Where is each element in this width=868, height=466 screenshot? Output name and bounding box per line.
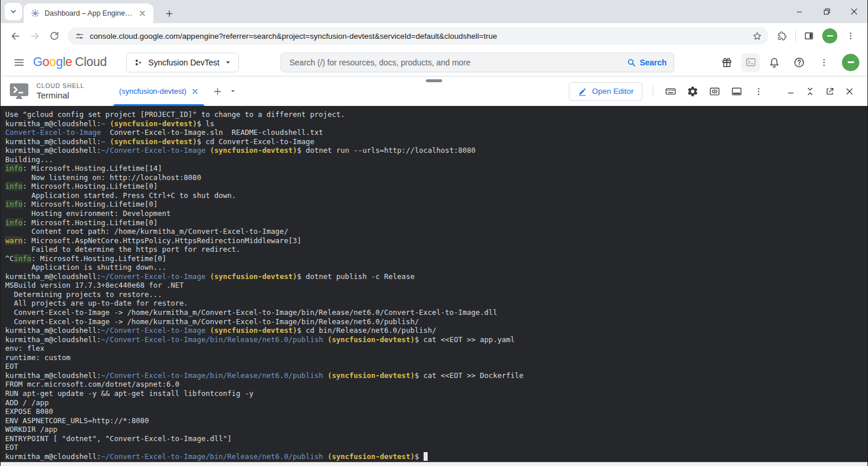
kebab-menu-icon (819, 58, 829, 67)
search-button-label: Search (639, 58, 667, 67)
window-bottom-edge (1, 462, 867, 466)
dock-panel-button[interactable] (727, 82, 746, 101)
kebab-menu-icon (846, 31, 855, 41)
cloud-shell-titles: CLOUD SHELL Terminal (36, 82, 84, 100)
dock-bottom-icon (731, 86, 742, 97)
open-in-new-window-button[interactable] (822, 84, 837, 99)
forward-button[interactable] (25, 26, 45, 46)
side-panel-icon (804, 31, 814, 41)
cloud-shell-icon (745, 57, 756, 68)
tab-title: Dashboard – App Engine – Syn (45, 9, 133, 17)
navigation-menu-button[interactable] (9, 52, 30, 73)
console-more-button[interactable] (814, 52, 834, 73)
bookmark-star-button[interactable] (749, 28, 765, 44)
google-logo-cloud: Cloud (75, 55, 107, 69)
add-terminal-tab-button[interactable] (210, 84, 225, 99)
activate-cloud-shell-button[interactable] (741, 53, 760, 72)
restore-icon (823, 8, 831, 16)
help-icon (793, 57, 805, 68)
toolbar-separator (795, 30, 796, 42)
minimize-icon (786, 87, 795, 96)
notifications-button[interactable] (764, 52, 785, 73)
search-button[interactable]: Search (620, 53, 674, 72)
terminal-output[interactable]: Use "gcloud config set project [PROJECT_… (1, 106, 867, 462)
gcp-console-header: Google Cloud Syncfusion DevTest Search (… (1, 49, 867, 76)
free-trial-gift-button[interactable] (716, 52, 737, 73)
search-placeholder: Search (/) for resources, docs, products… (281, 53, 620, 72)
reload-button[interactable] (45, 26, 64, 46)
tab-options-caret-button[interactable] (225, 84, 240, 99)
terminal-tab[interactable]: (syncfusion-devtest) (112, 76, 205, 106)
browser-toolbar: console.cloud.google.com/appengine?refer… (1, 23, 867, 49)
close-icon (845, 87, 854, 96)
keyboard-icon (665, 86, 676, 97)
web-preview-eye-icon (709, 86, 720, 97)
close-panel-button[interactable] (842, 84, 857, 99)
shell-toolbar-icons (653, 82, 768, 101)
window-minimize-button[interactable] (786, 0, 813, 23)
gear-icon (687, 86, 698, 97)
shell-separator (653, 86, 653, 97)
help-button[interactable] (789, 52, 810, 73)
puzzle-icon (777, 31, 787, 41)
console-search-bar[interactable]: Search (/) for resources, docs, products… (281, 53, 674, 72)
kebab-menu-icon (754, 87, 763, 96)
tab-search-button[interactable] (5, 3, 22, 20)
window-close-button[interactable] (840, 0, 867, 23)
gcp-header-actions (716, 52, 859, 73)
terminal-settings-button[interactable] (683, 82, 702, 101)
address-bar[interactable]: console.cloud.google.com/appengine?refer… (68, 27, 768, 45)
chevron-down-icon (9, 8, 17, 16)
caret-down-icon (230, 88, 236, 94)
forward-arrow-icon (30, 31, 41, 42)
browser-menu-button[interactable] (841, 26, 860, 46)
site-settings-icon[interactable] (75, 31, 84, 41)
star-icon (752, 31, 762, 41)
account-avatar[interactable] (842, 54, 859, 71)
browser-titlebar: Dashboard – App Engine – Syn (1, 0, 867, 23)
cloud-shell-header: CLOUD SHELL Terminal (syncfusion-devtest… (1, 76, 867, 106)
hamburger-icon (13, 57, 25, 68)
side-panel-button[interactable] (799, 26, 819, 46)
minimize-panel-button[interactable] (783, 84, 798, 99)
open-editor-button[interactable]: Open Editor (569, 82, 642, 101)
minimize-icon (796, 8, 803, 16)
url-text[interactable]: console.cloud.google.com/appengine?refer… (90, 32, 749, 41)
terminal-tab-label: (syncfusion-devtest) (119, 87, 186, 96)
shell-more-button[interactable] (749, 82, 768, 101)
window-restore-button[interactable] (813, 0, 840, 23)
web-preview-button[interactable] (705, 82, 724, 101)
google-cloud-logo[interactable]: Google Cloud (33, 55, 106, 69)
browser-tab[interactable]: Dashboard – App Engine – Syn (24, 3, 153, 23)
project-name: Syncfusion DevTest (148, 58, 219, 67)
open-editor-label: Open Editor (592, 87, 634, 96)
restore-panel-size-button[interactable] (803, 84, 818, 99)
toolbar-right-cluster (772, 26, 863, 46)
plus-icon (213, 87, 222, 96)
app-engine-favicon (31, 9, 40, 18)
window-controls (786, 0, 867, 23)
open-in-new-icon (825, 87, 834, 96)
search-icon (627, 58, 636, 67)
gift-icon (721, 57, 733, 68)
cloud-shell-terminal-logo (9, 82, 30, 101)
back-button[interactable] (5, 26, 25, 46)
keyboard-shortcuts-button[interactable] (661, 82, 680, 101)
caret-down-icon (225, 59, 231, 66)
reload-icon (49, 31, 60, 41)
cloud-shell-title: Terminal (36, 90, 84, 100)
collapse-expand-icon (806, 87, 815, 96)
plus-icon (165, 9, 174, 18)
panel-resize-handle[interactable] (426, 79, 442, 82)
tab-close-icon[interactable] (192, 88, 198, 95)
google-logo-letters: Google (33, 55, 72, 69)
new-tab-button[interactable] (160, 5, 178, 22)
cloud-shell-eyebrow: CLOUD SHELL (36, 82, 84, 89)
shell-window-controls (783, 84, 859, 99)
extensions-button[interactable] (772, 26, 792, 46)
tab-close-icon[interactable] (137, 8, 148, 19)
close-icon (850, 8, 858, 16)
pencil-icon (578, 87, 587, 96)
browser-profile-avatar[interactable] (822, 28, 837, 43)
project-selector[interactable]: Syncfusion DevTest (126, 53, 239, 72)
